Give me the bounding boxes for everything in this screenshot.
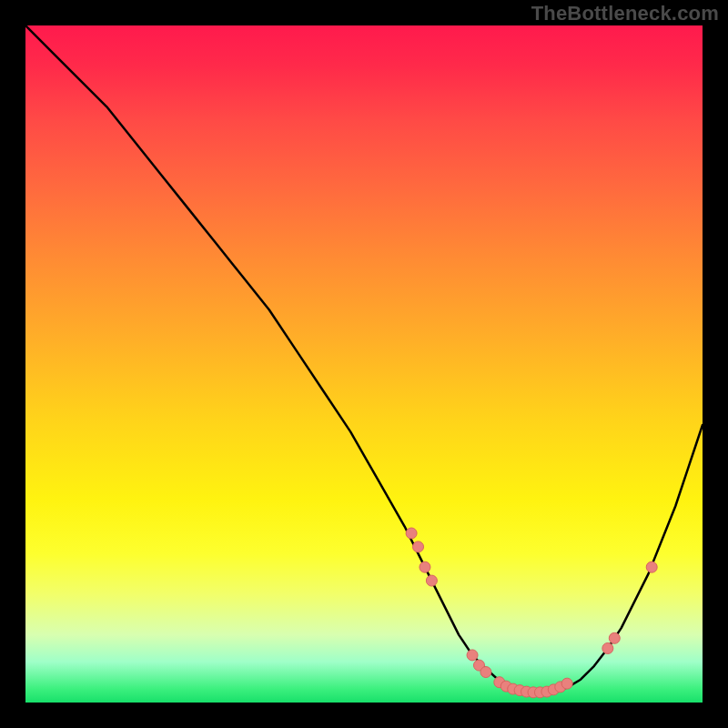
chart-marker — [420, 561, 430, 572]
chart-plot-area — [25, 25, 703, 703]
chart-marker — [406, 528, 417, 539]
chart-marker — [426, 575, 437, 586]
chart-marker — [480, 667, 491, 678]
watermark-text: TheBottleneck.com — [531, 2, 719, 25]
chart-svg — [25, 25, 703, 703]
chart-marker — [609, 632, 620, 643]
chart-marker — [646, 561, 657, 572]
chart-markers — [406, 528, 657, 698]
chart-marker — [602, 642, 613, 653]
chart-marker — [413, 541, 424, 552]
chart-marker — [561, 678, 572, 689]
chart-marker — [467, 650, 478, 661]
bottleneck-curve — [25, 25, 703, 693]
